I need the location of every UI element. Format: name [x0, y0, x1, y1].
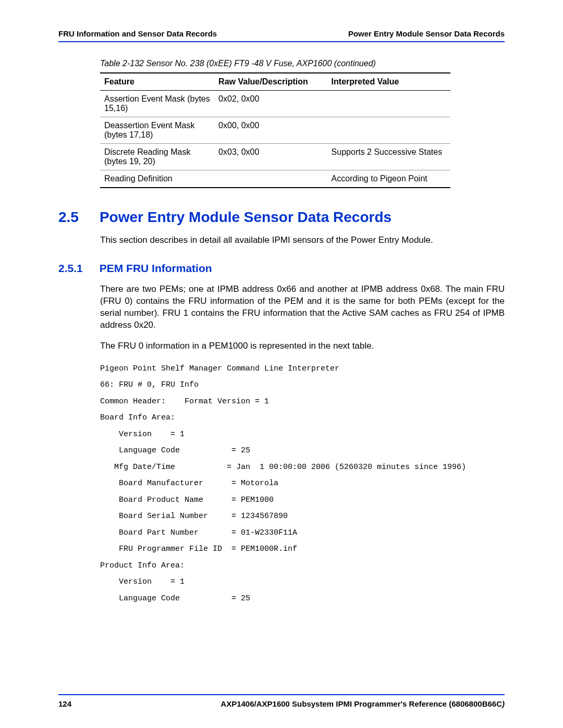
cell-feature: Assertion Event Mask (bytes 15,16): [100, 91, 214, 117]
table-row: Discrete Reading Mask (bytes 19, 20) 0x0…: [100, 144, 450, 170]
section-title: Power Entry Module Sensor Data Records: [100, 209, 391, 226]
subsection-title: PEM FRU Information: [100, 262, 212, 275]
footer-docref: AXP1406/AXP1600 Subsystem IPMI Programme…: [221, 699, 505, 708]
code-block: Pigeon Point Shelf Manager Command Line …: [100, 361, 505, 607]
cell-feature: Discrete Reading Mask (bytes 19, 20): [100, 144, 214, 170]
subsection-para1: There are two PEMs; one at IPMB address …: [100, 283, 505, 331]
col-header-raw: Raw Value/Description: [214, 73, 327, 91]
cell-raw: [214, 170, 327, 188]
table-row: Reading Definition According to Pigeon P…: [100, 170, 450, 188]
section-heading: 2.5 Power Entry Module Sensor Data Recor…: [58, 209, 505, 226]
cell-interp: [327, 91, 450, 117]
cell-feature: Deassertion Event Mask (bytes 17,18): [100, 117, 214, 144]
footer-docref-suffix: ): [502, 699, 505, 708]
table-header-row: Feature Raw Value/Description Interprete…: [100, 73, 450, 91]
cell-raw: 0x03, 0x00: [214, 144, 327, 170]
cell-interp: Supports 2 Successive States: [327, 144, 450, 170]
page-number: 124: [58, 699, 71, 708]
cell-raw: 0x02, 0x00: [214, 91, 327, 117]
col-header-feature: Feature: [100, 73, 214, 91]
sensor-table: Feature Raw Value/Description Interprete…: [100, 72, 450, 188]
document-page: FRU Information and Sensor Data Records …: [0, 0, 563, 728]
cell-interp: [327, 117, 450, 144]
table-row: Assertion Event Mask (bytes 15,16) 0x02,…: [100, 91, 450, 117]
col-header-interp: Interpreted Value: [327, 73, 450, 91]
cell-raw: 0x00, 0x00: [214, 117, 327, 144]
subsection-number: 2.5.1: [58, 262, 83, 275]
footer-docref-text: AXP1406/AXP1600 Subsystem IPMI Programme…: [221, 699, 502, 708]
header-right: Power Entry Module Sensor Data Records: [348, 29, 505, 38]
section-number: 2.5: [58, 209, 79, 226]
header-left: FRU Information and Sensor Data Records: [58, 29, 217, 38]
page-footer: 124 AXP1406/AXP1600 Subsystem IPMI Progr…: [58, 694, 505, 708]
subsection-heading: 2.5.1 PEM FRU Information: [58, 262, 505, 275]
cell-interp: According to Pigeon Point: [327, 170, 450, 188]
subsection-para2: The FRU 0 information in a PEM1000 is re…: [100, 340, 505, 352]
section-intro: This section describes in detail all ava…: [100, 235, 505, 246]
page-header: FRU Information and Sensor Data Records …: [58, 29, 505, 42]
table-row: Deassertion Event Mask (bytes 17,18) 0x0…: [100, 117, 450, 144]
table-caption: Table 2-132 Sensor No. 238 (0xEE) FT9 -4…: [100, 59, 505, 68]
cell-feature: Reading Definition: [100, 170, 214, 188]
